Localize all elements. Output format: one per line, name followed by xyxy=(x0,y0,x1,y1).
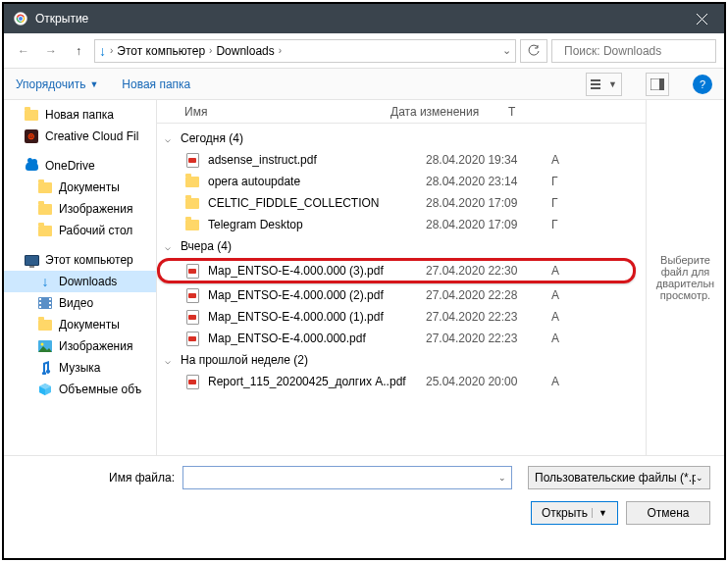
tree-item[interactable]: Музыка xyxy=(4,357,156,379)
svg-rect-15 xyxy=(49,302,51,304)
tree-item[interactable]: OneDrive xyxy=(4,155,156,177)
group-header[interactable]: ⌵Сегодня (4) xyxy=(157,128,646,149)
col-type[interactable]: Т xyxy=(508,105,638,119)
file-row[interactable]: Map_ENTSO-E-4.000.000 (3).pdf27.04.2020 … xyxy=(157,258,636,283)
svg-rect-9 xyxy=(659,78,664,90)
nav-tree[interactable]: Новая папка⊚Creative Cloud FilOneDriveДо… xyxy=(4,100,157,455)
tree-item[interactable]: Видео xyxy=(4,292,156,314)
tree-item[interactable]: Изображения xyxy=(4,198,156,220)
file-row[interactable]: Map_ENTSO-E-4.000.000 (1).pdf27.04.2020 … xyxy=(157,306,646,328)
pdf-icon xyxy=(184,152,200,168)
preview-pane-button[interactable] xyxy=(646,73,669,96)
file-name: Map_ENTSO-E-4.000.000 (1).pdf xyxy=(208,310,418,324)
group-header[interactable]: ⌵Вчера (4) xyxy=(157,235,646,257)
tree-item[interactable]: Этот компьютер xyxy=(4,249,156,271)
group-header[interactable]: ⌵На прошлой неделе (2) xyxy=(157,349,646,371)
tree-item[interactable]: Новая папка xyxy=(4,104,156,126)
nav-bar: ← → ↑ ↓ › Этот компьютер› Downloads› ⌄ xyxy=(4,33,724,69)
file-name: opera autoupdate xyxy=(208,175,418,188)
file-row[interactable]: adsense_instruct.pdf28.04.2020 19:34A xyxy=(157,149,646,171)
file-date: 27.04.2020 22:23 xyxy=(426,332,544,345)
chevron-down-icon[interactable]: ⌄ xyxy=(502,44,511,57)
open-button[interactable]: Открыть▼ xyxy=(531,501,618,525)
folder-icon xyxy=(184,195,200,211)
file-row[interactable]: Telegram Desktop28.04.2020 17:09Г xyxy=(157,214,646,235)
chrome-icon xyxy=(14,12,27,26)
tree-item[interactable]: Изображения xyxy=(4,335,156,357)
tree-item[interactable]: ⊚Creative Cloud Fil xyxy=(4,126,156,147)
file-date: 28.04.2020 19:34 xyxy=(426,153,544,167)
file-row[interactable]: CELTIC_FIDDLE_COLLECTION28.04.2020 17:09… xyxy=(157,192,646,214)
file-row[interactable]: Report_115_20200425_долгих A..pdf25.04.2… xyxy=(157,371,646,392)
download-icon: ↓ xyxy=(37,274,53,289)
file-area: Имя Дата изменения Т ⌵Сегодня (4)adsense… xyxy=(157,100,646,455)
svg-rect-13 xyxy=(39,306,41,308)
tree-item[interactable]: Объемные объ xyxy=(4,379,156,400)
cancel-button[interactable]: Отмена xyxy=(626,501,710,525)
file-name: Report_115_20200425_долгих A..pdf xyxy=(208,375,418,388)
chevron-down-icon: ⌵ xyxy=(165,241,175,252)
file-list[interactable]: ⌵Сегодня (4)adsense_instruct.pdf28.04.20… xyxy=(157,124,646,455)
col-date[interactable]: Дата изменения xyxy=(390,105,508,119)
path-seg-pc[interactable]: Этот компьютер› xyxy=(117,44,212,58)
folder-icon xyxy=(37,317,53,332)
column-headers[interactable]: Имя Дата изменения Т xyxy=(157,100,646,124)
tree-item[interactable]: ↓Downloads xyxy=(4,271,156,292)
svg-rect-14 xyxy=(49,298,51,300)
cc-icon: ⊚ xyxy=(24,128,39,144)
folder-icon xyxy=(37,201,53,217)
cube-icon xyxy=(37,382,53,397)
pdf-icon xyxy=(184,263,200,279)
tree-item[interactable]: Рабочий стол xyxy=(4,220,156,241)
toolbar: Упорядочить▼ Новая папка ▼ ? xyxy=(4,69,724,100)
file-row[interactable]: Map_ENTSO-E-4.000.000.pdf27.04.2020 22:2… xyxy=(157,328,646,349)
tree-item[interactable]: Документы xyxy=(4,177,156,198)
file-name: adsense_instruct.pdf xyxy=(208,153,418,167)
filetype-filter[interactable]: Пользовательские файлы (*.p⌄ xyxy=(528,466,710,489)
file-type: Г xyxy=(551,175,558,188)
help-button[interactable]: ? xyxy=(693,75,712,94)
filename-label: Имя файла: xyxy=(18,471,175,485)
col-name[interactable]: Имя xyxy=(165,105,390,119)
svg-rect-16 xyxy=(49,306,51,308)
file-type: A xyxy=(551,310,559,324)
search-box[interactable] xyxy=(551,39,716,63)
chevron-down-icon: ⌵ xyxy=(165,133,175,144)
pdf-icon xyxy=(184,309,200,325)
chevron-down-icon: ⌵ xyxy=(165,355,175,366)
refresh-button[interactable] xyxy=(520,39,547,63)
address-bar[interactable]: ↓ › Этот компьютер› Downloads› ⌄ xyxy=(94,39,516,63)
pdf-icon xyxy=(184,287,200,303)
svg-rect-6 xyxy=(591,83,600,85)
image-icon xyxy=(37,338,53,354)
svg-rect-11 xyxy=(39,298,41,300)
file-type: A xyxy=(551,153,559,167)
file-name: Map_ENTSO-E-4.000.000.pdf xyxy=(208,332,418,345)
file-row[interactable]: opera autoupdate28.04.2020 23:14Г xyxy=(157,171,646,192)
organize-button[interactable]: Упорядочить▼ xyxy=(16,77,98,91)
file-name: Telegram Desktop xyxy=(208,218,418,231)
tree-item[interactable]: Документы xyxy=(4,314,156,335)
nav-back[interactable]: ← xyxy=(12,39,35,63)
file-type: Г xyxy=(551,218,558,231)
window-title: Открытие xyxy=(35,12,679,26)
folder-icon xyxy=(184,217,200,232)
newfolder-button[interactable]: Новая папка xyxy=(122,77,190,91)
filename-input[interactable] xyxy=(182,466,512,489)
file-date: 28.04.2020 17:09 xyxy=(426,196,544,210)
svg-rect-5 xyxy=(591,79,600,81)
folder-icon xyxy=(184,174,200,189)
search-input[interactable] xyxy=(564,44,711,58)
file-row[interactable]: Map_ENTSO-E-4.000.000 (2).pdf27.04.2020 … xyxy=(157,284,646,306)
bottom-panel: Имя файла: ⌄ Пользовательские файлы (*.p… xyxy=(4,455,724,557)
svg-rect-7 xyxy=(591,87,600,89)
close-button[interactable] xyxy=(679,4,724,33)
file-name: Map_ENTSO-E-4.000.000 (2).pdf xyxy=(208,288,418,302)
path-seg-downloads[interactable]: Downloads› xyxy=(216,44,282,58)
nav-up[interactable]: ↑ xyxy=(67,39,90,63)
file-date: 27.04.2020 22:28 xyxy=(426,288,544,302)
file-date: 27.04.2020 22:30 xyxy=(426,264,544,278)
view-button[interactable]: ▼ xyxy=(586,73,622,96)
folder-icon xyxy=(37,223,53,238)
pdf-icon xyxy=(184,374,200,389)
